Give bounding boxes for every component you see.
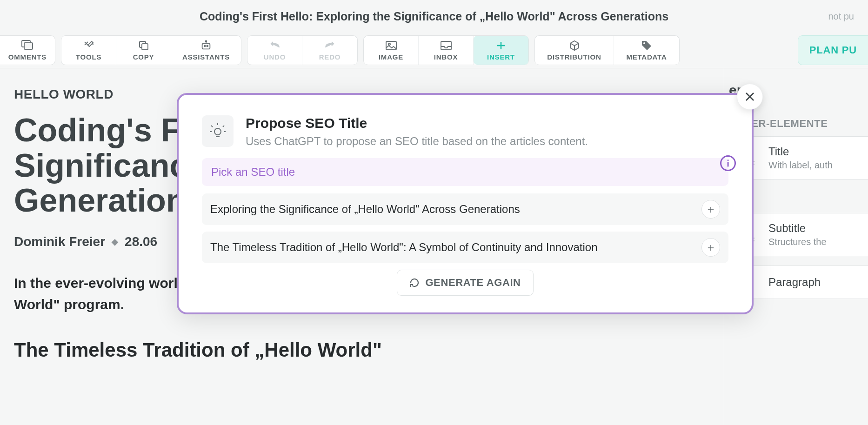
document-title: Coding's First Hello: Exploring the Sign…: [200, 10, 668, 23]
modal-description: Uses ChatGPT to propose an SEO title bas…: [246, 135, 588, 148]
title-bar: Coding's First Hello: Exploring the Sign…: [0, 0, 868, 33]
seo-option-row[interactable]: The Timeless Tradition of „Hello World":…: [202, 232, 728, 263]
save-status: not pu: [828, 11, 854, 22]
tools-button[interactable]: TOOLS: [61, 36, 116, 65]
metadata-button[interactable]: METADATA: [614, 36, 679, 65]
redo-icon: [324, 40, 336, 52]
close-icon: [744, 91, 755, 102]
insert-label: INSERT: [487, 53, 515, 61]
svg-line-26: [211, 126, 213, 127]
seo-option-text: Exploring the Significance of „Hello Wor…: [210, 203, 520, 216]
insert-button[interactable]: INSERT: [474, 36, 528, 65]
generate-again-button[interactable]: GENERATE AGAIN: [397, 270, 533, 296]
plus-icon: [495, 40, 507, 52]
svg-point-5: [204, 46, 206, 47]
article-section-heading[interactable]: The Timeless Tradition of „Hello World": [14, 339, 701, 361]
info-icon: i: [727, 158, 729, 169]
inbox-icon: [440, 40, 452, 52]
svg-point-8: [206, 40, 207, 42]
svg-point-6: [207, 46, 208, 47]
svg-point-10: [388, 43, 390, 45]
image-label: IMAGE: [379, 53, 403, 61]
article-author[interactable]: Dominik Freier: [14, 234, 105, 249]
insert-subtitle-label: Subtitle: [768, 222, 827, 235]
refresh-icon: [409, 278, 420, 288]
svg-rect-4: [202, 43, 210, 49]
image-icon: [385, 40, 397, 52]
distribution-button[interactable]: DISTRIBUTION: [535, 36, 614, 65]
metadata-label: METADATA: [626, 53, 667, 61]
undo-button[interactable]: UNDO: [247, 36, 302, 65]
add-option-button[interactable]: ＋: [701, 238, 720, 257]
close-button[interactable]: [737, 84, 763, 110]
package-icon: [568, 40, 581, 52]
copy-label: COPY: [133, 53, 154, 61]
seo-option-text: The Timeless Tradition of „Hello World":…: [210, 241, 598, 254]
svg-rect-3: [142, 44, 148, 50]
comments-button[interactable]: OMMENTS: [0, 36, 55, 65]
image-button[interactable]: IMAGE: [364, 36, 419, 65]
toolbar: OMMENTS TOOLS COPY ASSISTANTS: [0, 33, 868, 68]
insert-subtitle-desc: Structures the: [768, 237, 827, 247]
modal-title: Propose SEO Title: [246, 115, 588, 131]
redo-label: REDO: [319, 53, 341, 61]
article-date[interactable]: 28.06: [125, 234, 157, 249]
assistants-button[interactable]: ASSISTANTS: [171, 36, 241, 65]
seo-title-modal: Propose SEO Title Uses ChatGPT to propos…: [177, 93, 754, 314]
seo-option-row[interactable]: Exploring the Significance of „Hello Wor…: [202, 193, 728, 225]
insert-title-label: Title: [768, 145, 833, 158]
robot-icon: [200, 40, 212, 52]
insert-title-desc: With label, auth: [768, 160, 833, 171]
plan-publish-button[interactable]: PLAN PU: [798, 35, 868, 65]
undo-label: UNDO: [264, 53, 286, 61]
tag-icon: [641, 40, 653, 52]
info-button[interactable]: i: [720, 155, 736, 171]
svg-point-24: [214, 128, 221, 135]
undo-icon: [269, 40, 281, 52]
inbox-label: INBOX: [434, 53, 458, 61]
tools-icon: [83, 40, 95, 52]
assistants-label: ASSISTANTS: [182, 53, 230, 61]
add-option-button[interactable]: ＋: [701, 200, 720, 219]
generate-again-label: GENERATE AGAIN: [425, 277, 521, 289]
modal-hint: Pick an SEO title: [202, 158, 728, 186]
comments-label: OMMENTS: [8, 53, 47, 61]
plus-icon: ＋: [705, 202, 716, 217]
byline-separator-icon: ◆: [112, 237, 118, 247]
svg-line-27: [223, 126, 224, 127]
lightbulb-icon: [202, 115, 234, 147]
inbox-button[interactable]: INBOX: [419, 36, 474, 65]
distribution-label: DISTRIBUTION: [547, 53, 601, 61]
redo-button[interactable]: REDO: [302, 36, 357, 65]
plan-publish-label: PLAN PU: [809, 44, 857, 56]
comments-icon: [21, 40, 33, 52]
svg-rect-11: [441, 41, 451, 50]
svg-rect-9: [386, 41, 396, 50]
svg-point-14: [643, 42, 645, 44]
plus-icon: ＋: [705, 240, 716, 255]
tools-label: TOOLS: [76, 53, 101, 61]
insert-paragraph-label: Paragraph: [768, 276, 821, 289]
svg-rect-1: [24, 43, 33, 49]
copy-icon: [138, 40, 150, 52]
copy-button[interactable]: COPY: [116, 36, 171, 65]
